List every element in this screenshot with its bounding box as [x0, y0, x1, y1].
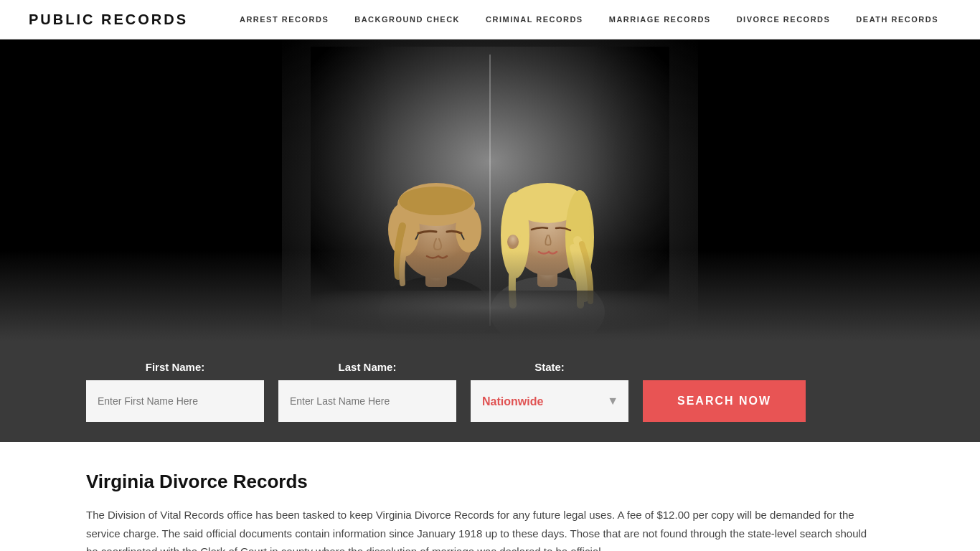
last-name-input[interactable]	[278, 380, 456, 422]
hero-bottom-fade	[0, 250, 980, 341]
state-group: State: Nationwide Alabama Alaska Arizona…	[471, 361, 628, 422]
nav-death-records[interactable]: DEATH RECORDS	[843, 15, 951, 24]
first-name-group: First Name:	[86, 361, 264, 422]
content-section: Virginia Divorce Records The Division of…	[0, 442, 980, 551]
nav-criminal-records[interactable]: CRIMINAL RECORDS	[473, 15, 596, 24]
search-now-button[interactable]: SEARCH NOW	[643, 380, 806, 422]
state-select-wrapper: Nationwide Alabama Alaska Arizona Arkans…	[471, 380, 628, 422]
svg-point-15	[507, 235, 519, 249]
main-nav: ARREST RECORDS BACKGROUND CHECK CRIMINAL…	[227, 15, 951, 24]
svg-point-7	[399, 187, 473, 215]
first-name-input[interactable]	[86, 380, 264, 422]
content-title: Virginia Divorce Records	[86, 471, 894, 493]
state-select[interactable]: Nationwide Alabama Alaska Arizona Arkans…	[471, 380, 628, 422]
hero-section	[0, 39, 980, 341]
nav-arrest-records[interactable]: ARREST RECORDS	[227, 15, 341, 24]
last-name-label: Last Name:	[278, 361, 456, 373]
last-name-group: Last Name:	[278, 361, 456, 422]
nav-background-check[interactable]: BACKGROUND CHECK	[341, 15, 473, 24]
search-section: First Name: Last Name: State: Nationwide…	[0, 341, 980, 442]
first-name-label: First Name:	[86, 361, 264, 373]
svg-point-6	[456, 207, 481, 253]
site-header: PUBLIC RECORDS ARREST RECORDS BACKGROUND…	[0, 0, 980, 39]
nav-marriage-records[interactable]: MARRIAGE RECORDS	[596, 15, 724, 24]
nav-divorce-records[interactable]: DIVORCE RECORDS	[724, 15, 844, 24]
site-logo: PUBLIC RECORDS	[29, 11, 188, 28]
state-label: State:	[471, 361, 628, 373]
content-paragraph-1: The Division of Vital Records office has…	[86, 506, 875, 551]
